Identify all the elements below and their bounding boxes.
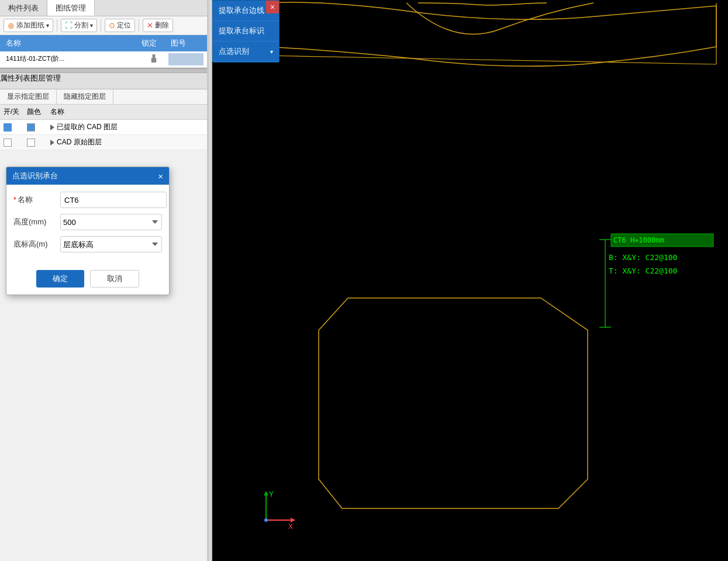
tab-properties[interactable]: 属性列表 <box>0 73 30 89</box>
split-icon: ⛶ <box>65 21 73 30</box>
svg-text:CT6  H=1000mm: CT6 H=1000mm <box>613 236 664 244</box>
height-field-row: 高度(mm) 500 <box>13 214 162 230</box>
layer-tab-bar: 属性列表 图层管理 <box>0 73 207 89</box>
dialog-header: 点选识别承台 × <box>6 167 169 185</box>
layer-toggle-cell[interactable] <box>0 137 23 148</box>
add-dropdown-icon: ▾ <box>46 22 49 29</box>
identify-platform-dialog[interactable]: 点选识别承台 × 名称 高度(mm) 500 底标高(m) 层底标高 确定 <box>6 167 170 295</box>
table-row[interactable]: 1411结-01-ZCT(阶... <box>0 51 207 68</box>
toolbar-sep-3 <box>139 19 139 32</box>
layer-color-cell <box>23 137 47 148</box>
dialog-footer: 确定 取消 <box>6 265 169 295</box>
hide-layer-button[interactable]: 隐藏指定图层 <box>57 89 113 104</box>
height-select[interactable]: 500 <box>60 214 162 230</box>
dialog-title: 点选识别承台 <box>12 171 58 181</box>
extract-label-button[interactable]: 提取承台标识 <box>213 21 279 41</box>
elevation-field-row: 底标高(m) 层底标高 <box>13 236 162 252</box>
layer-checkbox[interactable] <box>4 123 12 131</box>
cad-canvas: CT6 H=1000mm B: X&Y: C22@100 T: X&Y: C22… <box>208 0 728 561</box>
vertical-separator[interactable] <box>208 0 212 561</box>
tab-component-list[interactable]: 构件列表 <box>0 0 47 16</box>
toolbar-sep-2 <box>101 19 101 32</box>
layer-color-cell <box>23 122 47 133</box>
add-icon: ⊕ <box>8 21 15 30</box>
svg-text:B: X&Y: C22@100: B: X&Y: C22@100 <box>609 253 677 262</box>
tab-drawing-management[interactable]: 图纸管理 <box>47 0 95 16</box>
split-dropdown-icon: ▾ <box>90 22 93 29</box>
delete-button[interactable]: ✕ 删除 <box>143 19 173 32</box>
layer-checkbox[interactable] <box>4 138 12 147</box>
delete-icon: ✕ <box>147 21 153 30</box>
expand-icon[interactable] <box>50 140 54 146</box>
dropdown-arrow-icon: ▾ <box>270 49 273 55</box>
color-cell <box>168 53 203 65</box>
drawing-table-header: 名称 锁定 图号 <box>0 35 207 51</box>
top-tab-bar: 构件列表 图纸管理 <box>0 0 207 16</box>
layer-color-dot <box>27 123 35 131</box>
lock-cell <box>139 53 168 65</box>
name-field-row: 名称 <box>13 192 162 208</box>
svg-point-13 <box>264 518 268 522</box>
add-drawing-button[interactable]: ⊕ 添加图纸 ▾ <box>4 19 53 32</box>
svg-marker-8 <box>264 491 268 496</box>
layer-toggle-cell[interactable] <box>0 122 23 133</box>
toolbar-sep-1 <box>57 19 57 32</box>
svg-text:X: X <box>288 522 293 531</box>
bottom-section: 属性列表 图层管理 显示指定图层 隐藏指定图层 开/关 颜色 名称 已提取的 C… <box>0 73 207 561</box>
svg-marker-11 <box>291 518 295 522</box>
float-toolbar-close[interactable]: × <box>266 1 279 13</box>
height-label: 高度(mm) <box>13 217 60 227</box>
cancel-button[interactable]: 取消 <box>90 270 139 288</box>
panel-divider[interactable] <box>0 68 207 73</box>
layer-color-dot <box>27 138 35 147</box>
layer-name-cell: CAD 原始图层 <box>47 136 207 148</box>
svg-text:Y: Y <box>269 490 274 498</box>
layer-table-header: 开/关 颜色 名称 <box>0 105 207 120</box>
dialog-body: 名称 高度(mm) 500 底标高(m) 层底标高 <box>6 185 169 265</box>
layer-actions: 显示指定图层 隐藏指定图层 <box>0 89 207 105</box>
dialog-close-button[interactable]: × <box>158 172 163 181</box>
tab-layer-management[interactable]: 图层管理 <box>30 73 61 89</box>
elevation-label: 底标高(m) <box>13 239 60 250</box>
layer-row[interactable]: 已提取的 CAD 图层 <box>0 120 207 135</box>
layer-name-cell: 已提取的 CAD 图层 <box>47 121 207 133</box>
locate-button[interactable]: ⊙ 定位 <box>105 19 135 32</box>
elevation-select[interactable]: 层底标高 <box>60 236 162 252</box>
layer-row[interactable]: CAD 原始图层 <box>0 135 207 150</box>
locate-icon: ⊙ <box>109 21 115 30</box>
name-label: 名称 <box>13 195 60 205</box>
cad-drawing: CT6 H=1000mm B: X&Y: C22@100 T: X&Y: C22… <box>208 0 728 561</box>
split-button[interactable]: ⛶ 分割 ▾ <box>61 19 97 32</box>
float-toolbar: × 提取承台边线 提取承台标识 点选识别 ▾ <box>212 0 280 63</box>
confirm-button[interactable]: 确定 <box>36 270 84 288</box>
click-identify-button[interactable]: 点选识别 ▾ <box>213 41 279 62</box>
lock-icon <box>150 54 157 63</box>
drawing-toolbar: ⊕ 添加图纸 ▾ ⛶ 分割 ▾ ⊙ 定位 ✕ 删除 <box>0 16 207 35</box>
svg-text:T: X&Y: C22@100: T: X&Y: C22@100 <box>609 266 677 275</box>
show-layer-button[interactable]: 显示指定图层 <box>0 89 57 104</box>
expand-icon[interactable] <box>50 124 54 130</box>
top-section: 构件列表 图纸管理 ⊕ 添加图纸 ▾ ⛶ 分割 ▾ ⊙ 定位 ✕ 删 <box>0 0 207 68</box>
name-input[interactable] <box>60 192 167 208</box>
